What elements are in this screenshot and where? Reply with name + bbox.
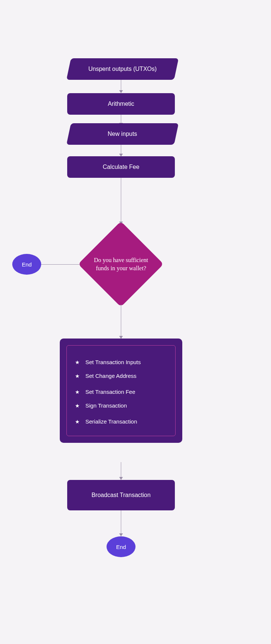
node-end-bottom: End [107,536,136,557]
step-item: ★ Serialize Transaction [74,418,168,425]
node-broadcast: Broadcast Transaction [67,480,175,510]
step-item: ★ Set Transaction Fee [74,389,168,395]
step-item: ★ Sign Transaction [74,402,168,409]
node-calcfee: Calculate Fee [67,156,175,178]
star-icon: ★ [74,359,80,365]
connector [121,304,121,336]
node-utxos: Unspent outputs (UTXOs) [66,58,179,80]
node-newinputs: New inputs [66,123,179,145]
step-label: Serialize Transaction [85,418,137,425]
step-item: ★ Set Transaction Inputs [74,359,168,365]
connector [121,510,121,533]
star-icon: ★ [74,419,80,425]
star-icon: ★ [74,403,80,409]
node-arithmetic: Arithmetic [67,93,175,115]
node-end-left-label: End [22,261,32,268]
steps-inner-frame: ★ Set Transaction Inputs ★ Set Change Ad… [66,345,176,436]
node-steps-box: ★ Set Transaction Inputs ★ Set Change Ad… [60,339,182,443]
arrow-icon [119,90,123,93]
connector [121,115,121,123]
node-arithmetic-label: Arithmetic [108,101,134,107]
arrow-icon [119,477,123,480]
node-newinputs-label: New inputs [108,131,137,137]
star-icon: ★ [74,373,80,379]
step-label: Sign Transaction [85,402,127,409]
step-label: Set Transaction Fee [85,389,135,395]
node-end-left: End [12,254,41,275]
connector [121,462,121,477]
connector [121,145,121,154]
node-end-bottom-label: End [116,544,126,550]
step-label: Set Transaction Inputs [85,359,141,365]
node-utxos-label: Unspent outputs (UTXOs) [88,66,157,72]
connector [40,264,80,265]
arrow-icon [119,533,123,536]
step-item: ★ Set Change Address [74,373,168,379]
connector [121,80,121,90]
node-decision-label: Do you have sufficient funds in your wal… [78,256,164,272]
step-label: Set Change Address [85,373,137,379]
connector [121,178,121,222]
node-calcfee-label: Calculate Fee [103,164,140,170]
node-broadcast-label: Broadcast Transaction [91,492,150,498]
star-icon: ★ [74,389,80,395]
node-decision: Do you have sufficient funds in your wal… [78,222,164,307]
